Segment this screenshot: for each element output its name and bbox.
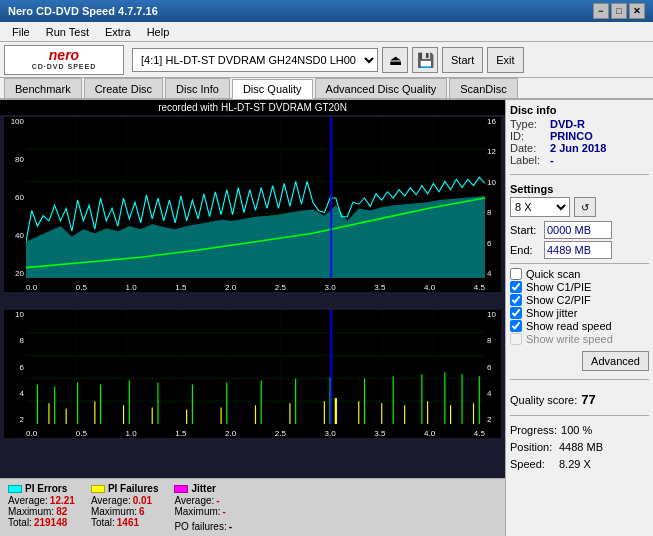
menu-file[interactable]: File — [4, 24, 38, 40]
progress-label: Progress: — [510, 424, 557, 436]
y-axis-right-lower: 10 8 6 4 2 — [485, 310, 501, 424]
pi-failures-max-value: 6 — [139, 506, 145, 517]
show-write-speed-label: Show write speed — [526, 333, 613, 345]
eject-icon-btn[interactable]: ⏏ — [382, 47, 408, 73]
exit-button[interactable]: Exit — [487, 47, 523, 73]
type-value: DVD-R — [550, 118, 585, 130]
speed-select[interactable]: 8 X — [510, 197, 570, 217]
title-bar-text: Nero CD-DVD Speed 4.7.7.16 — [8, 5, 158, 17]
speed-value: 8.29 X — [559, 458, 591, 470]
pi-failures-max-label: Maximum: — [91, 506, 137, 517]
chart-container: recorded with HL-DT-ST DVDRAM GT20N 100 … — [0, 100, 505, 536]
title-bar: Nero CD-DVD Speed 4.7.7.16 − □ ✕ — [0, 0, 653, 22]
jitter-max-value: - — [223, 506, 226, 517]
legend-pi-failures: PI Failures Average: 0.01 Maximum: 6 Tot… — [91, 483, 159, 532]
drive-select[interactable]: [4:1] HL-DT-ST DVDRAM GH24NSD0 LH00 — [132, 48, 378, 72]
divider-2 — [510, 263, 649, 264]
save-icon-btn[interactable]: 💾 — [412, 47, 438, 73]
show-c1-pie-checkbox[interactable] — [510, 281, 522, 293]
minimize-button[interactable]: − — [593, 3, 609, 19]
tab-create-disc[interactable]: Create Disc — [84, 78, 163, 98]
show-c1-pie-label: Show C1/PIE — [526, 281, 591, 293]
label-label: Label: — [510, 154, 546, 166]
maximize-button[interactable]: □ — [611, 3, 627, 19]
nero-logo-text2: CD·DVD SPEED — [32, 63, 97, 71]
divider-3 — [510, 379, 649, 380]
y-axis-left-lower: 10 8 6 4 2 — [4, 310, 26, 424]
menu-run-test[interactable]: Run Test — [38, 24, 97, 40]
advanced-button[interactable]: Advanced — [582, 351, 649, 371]
jitter-avg-label: Average: — [174, 495, 214, 506]
end-mb-input[interactable] — [544, 241, 612, 259]
quick-scan-label: Quick scan — [526, 268, 580, 280]
jitter-avg-value: - — [216, 495, 219, 506]
quick-scan-checkbox[interactable] — [510, 268, 522, 280]
tab-disc-quality[interactable]: Disc Quality — [232, 79, 313, 99]
speed-label: Speed: — [510, 458, 555, 470]
quality-score-value: 77 — [581, 392, 595, 407]
id-label: ID: — [510, 130, 546, 142]
pi-errors-title: PI Errors — [25, 483, 67, 494]
type-label: Type: — [510, 118, 546, 130]
end-mb-label: End: — [510, 244, 540, 256]
tab-scan-disc[interactable]: ScanDisc — [449, 78, 517, 98]
jitter-max-label: Maximum: — [174, 506, 220, 517]
position-value: 4488 MB — [559, 441, 603, 453]
upper-chart: 100 80 60 40 20 16 12 10 8 6 4 — [4, 117, 501, 292]
show-c2-pif-checkbox[interactable] — [510, 294, 522, 306]
legend: PI Errors Average: 12.21 Maximum: 82 Tot… — [0, 478, 505, 536]
start-mb-label: Start: — [510, 224, 540, 236]
tabs: Benchmark Create Disc Disc Info Disc Qua… — [0, 78, 653, 100]
show-read-speed-label: Show read speed — [526, 320, 612, 332]
pi-errors-avg-label: Average: — [8, 495, 48, 506]
id-value: PRINCO — [550, 130, 593, 142]
main-content: recorded with HL-DT-ST DVDRAM GT20N 100 … — [0, 100, 653, 536]
right-panel: Disc info Type: DVD-R ID: PRINCO Date: 2… — [505, 100, 653, 536]
tab-benchmark[interactable]: Benchmark — [4, 78, 82, 98]
pi-errors-total-value: 219148 — [34, 517, 67, 528]
start-button[interactable]: Start — [442, 47, 483, 73]
tab-advanced-disc-quality[interactable]: Advanced Disc Quality — [315, 78, 448, 98]
position-label: Position: — [510, 441, 555, 453]
start-mb-input[interactable] — [544, 221, 612, 239]
progress-value: 100 % — [561, 424, 592, 436]
x-axis-lower: 0.0 0.5 1.0 1.5 2.0 2.5 3.0 3.5 4.0 4.5 — [26, 429, 485, 438]
label-value: - — [550, 154, 554, 166]
show-jitter-label: Show jitter — [526, 307, 577, 319]
disc-info-title: Disc info — [510, 104, 649, 116]
chart-title: recorded with HL-DT-ST DVDRAM GT20N — [0, 100, 505, 115]
pi-errors-max-value: 82 — [56, 506, 67, 517]
date-label: Date: — [510, 142, 546, 154]
y-axis-right-upper: 16 12 10 8 6 4 — [485, 117, 501, 278]
show-read-speed-checkbox[interactable] — [510, 320, 522, 332]
divider-4 — [510, 415, 649, 416]
menu-bar: File Run Test Extra Help — [0, 22, 653, 42]
disc-info-section: Disc info Type: DVD-R ID: PRINCO Date: 2… — [510, 104, 649, 166]
jitter-title: Jitter — [191, 483, 215, 494]
pi-failures-avg-value: 0.01 — [133, 495, 152, 506]
settings-title: Settings — [510, 183, 649, 195]
menu-extra[interactable]: Extra — [97, 24, 139, 40]
pi-errors-total-label: Total: — [8, 517, 32, 528]
pi-failures-title: PI Failures — [108, 483, 159, 494]
pi-failures-avg-label: Average: — [91, 495, 131, 506]
show-c2-pif-label: Show C2/PIF — [526, 294, 591, 306]
date-value: 2 Jun 2018 — [550, 142, 606, 154]
close-button[interactable]: ✕ — [629, 3, 645, 19]
po-failures-value: - — [229, 521, 232, 532]
pi-errors-icon — [8, 485, 22, 493]
quality-score-label: Quality score: — [510, 394, 577, 406]
pi-failures-total-label: Total: — [91, 517, 115, 528]
show-jitter-checkbox[interactable] — [510, 307, 522, 319]
tab-disc-info[interactable]: Disc Info — [165, 78, 230, 98]
refresh-button[interactable]: ↺ — [574, 197, 596, 217]
upper-chart-svg — [26, 117, 485, 278]
jitter-icon — [174, 485, 188, 493]
toolbar: nero CD·DVD SPEED [4:1] HL-DT-ST DVDRAM … — [0, 42, 653, 78]
pi-failures-total-value: 1461 — [117, 517, 139, 528]
y-axis-left: 100 80 60 40 20 — [4, 117, 26, 278]
nero-logo-text1: nero — [32, 48, 97, 63]
divider-1 — [510, 174, 649, 175]
menu-help[interactable]: Help — [139, 24, 178, 40]
lower-chart: 10 8 6 4 2 10 8 6 4 2 — [4, 310, 501, 438]
